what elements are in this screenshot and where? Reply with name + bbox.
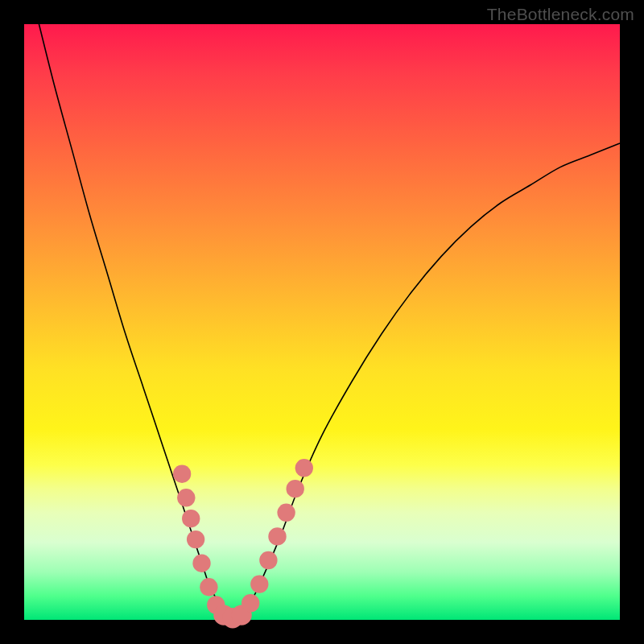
curve-marker [259, 551, 277, 569]
plot-frame [24, 24, 620, 620]
curve-marker [295, 459, 313, 477]
curve-marker [177, 489, 195, 506]
curve-marker [200, 578, 217, 596]
curve-marker [187, 530, 204, 548]
plot-svg [24, 24, 620, 620]
watermark-text: TheBottleneck.com [487, 5, 634, 24]
curve-marker [192, 555, 210, 572]
curve-marker [277, 504, 295, 522]
curve-marker [182, 510, 200, 527]
bottleneck-curve [36, 12, 620, 620]
curve-marker [287, 480, 304, 497]
marker-group [173, 459, 313, 628]
curve-marker [268, 527, 286, 545]
curve-marker [242, 594, 259, 612]
curve-marker [173, 465, 191, 483]
curve-marker [250, 575, 268, 592]
